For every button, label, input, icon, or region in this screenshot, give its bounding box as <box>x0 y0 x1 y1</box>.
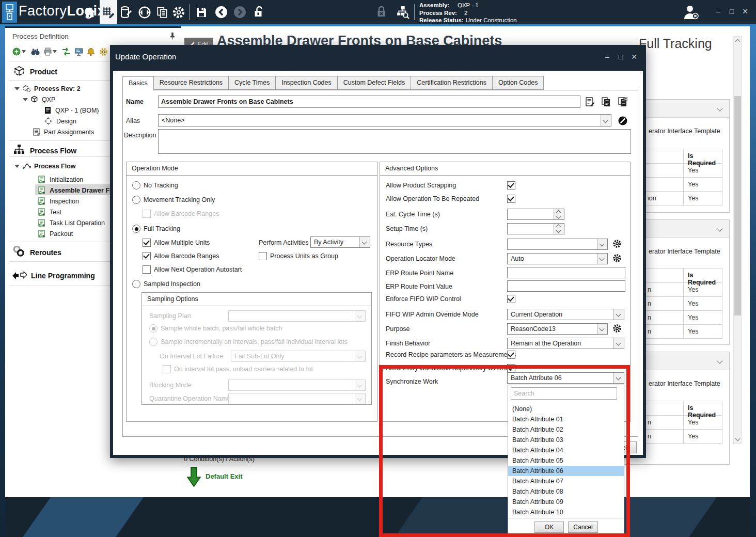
allow-next-autostart-checkbox[interactable] <box>143 265 151 274</box>
alias-dropdown-button[interactable] <box>601 115 611 126</box>
tab-option-codes[interactable]: Option Codes <box>492 76 544 90</box>
allow-barcode-ranges-checkbox[interactable] <box>143 252 151 260</box>
popup-ok-button[interactable]: OK <box>534 522 564 533</box>
tree-item-qxp[interactable]: QXP <box>23 94 55 104</box>
tree-item-process-rev[interactable]: Process Rev: 2 <box>14 84 81 93</box>
home-icon[interactable] <box>82 0 98 24</box>
copy-name-icon[interactable] <box>601 96 612 108</box>
tab-inspection-codes[interactable]: Inspection Codes <box>275 76 338 90</box>
expand-caret-icon[interactable] <box>14 165 20 168</box>
section-reroutes[interactable]: Reroutes <box>30 248 61 257</box>
setup-time-s-spinner-buttons[interactable] <box>554 224 564 234</box>
flow-item-packout[interactable]: Packout <box>38 229 73 239</box>
settings-gear-icon[interactable] <box>170 0 187 24</box>
board-icon[interactable] <box>73 46 84 57</box>
tab-cycle-times[interactable]: Cycle Times <box>228 76 276 90</box>
section-product[interactable]: Product <box>30 68 57 76</box>
popup-item-batch-attribute-02[interactable]: Batch Attribute 02 <box>508 424 624 435</box>
allow-entry-conditions-supervisory-override-checkbox[interactable] <box>507 364 515 372</box>
operation-locator-mode-dropdown-button[interactable] <box>597 254 607 264</box>
tree-item-part-assignments[interactable]: Part Assignments <box>33 127 94 137</box>
tab-certification-restrictions[interactable]: Certification Restrictions <box>411 76 493 90</box>
operation-locator-mode-dropdown[interactable]: Auto <box>507 253 608 264</box>
process-units-as-group-checkbox[interactable] <box>259 252 267 260</box>
scrollbar-thumb[interactable] <box>734 96 741 315</box>
documents-icon[interactable] <box>154 0 170 24</box>
popup-item-batch-attribute-06[interactable]: Batch Attribute 06 <box>508 466 624 476</box>
default-exit-label[interactable]: Default Exit <box>206 472 243 480</box>
tab-basics[interactable]: Basics <box>122 76 154 91</box>
name-input[interactable]: Assemble Drawer Fronts on Base Cabinets <box>158 96 580 108</box>
finish-behavior-dropdown[interactable]: Remain at the Operation <box>507 338 624 349</box>
popup-cancel-button[interactable]: Cancel <box>568 522 598 533</box>
sync-transfer-icon[interactable] <box>136 0 153 24</box>
pin-icon[interactable] <box>167 30 178 41</box>
dialog-close-button[interactable]: ✕ <box>628 53 640 61</box>
erp-route-point-name-input[interactable] <box>507 267 625 278</box>
process-definition-icon[interactable] <box>100 0 117 24</box>
allow-operation-to-be-repeated-checkbox[interactable] <box>507 195 515 203</box>
record-recipe-parameters-as-measurements-checkbox[interactable] <box>507 351 515 359</box>
description-input[interactable] <box>158 129 631 154</box>
unlock-icon[interactable] <box>251 0 266 24</box>
popup-item-batch-attribute-07[interactable]: Batch Attribute 07 <box>508 476 624 486</box>
popup-item-batch-attribute-04[interactable]: Batch Attribute 04 <box>508 445 624 455</box>
enforce-fifo-wip-control-checkbox[interactable] <box>507 295 515 303</box>
window-close-button[interactable]: ✕ <box>739 7 751 15</box>
purpose-dropdown[interactable]: ReasonCode13 <box>507 323 608 335</box>
full-tracking-radio[interactable] <box>132 225 140 233</box>
user-logout-icon[interactable] <box>681 0 702 24</box>
window-minimize-button[interactable]: – <box>713 7 724 15</box>
flow-item-test[interactable]: Test <box>38 207 61 217</box>
expand-caret-icon[interactable] <box>14 87 20 90</box>
operation-locator-mode-gear-icon[interactable] <box>612 254 622 263</box>
print-icon[interactable] <box>42 46 53 57</box>
erp-route-point-value-input[interactable] <box>507 280 625 292</box>
scroll-up-icon[interactable] <box>735 39 741 44</box>
tab-custom-defect-fields[interactable]: Custom Defect Fields <box>337 76 411 90</box>
perform-activities-dropdown[interactable]: By Activity <box>310 236 370 248</box>
est-cycle-time-s-spinner-buttons[interactable] <box>554 209 564 219</box>
popup-item-batch-attribute-03[interactable]: Batch Attribute 03 <box>508 435 624 445</box>
rename-icon[interactable] <box>584 96 595 108</box>
sampled-inspection-radio[interactable] <box>132 280 140 288</box>
bell-icon[interactable] <box>86 46 96 57</box>
clear-alias-icon[interactable] <box>617 115 628 127</box>
undo-back-icon[interactable] <box>213 0 229 24</box>
add-icon[interactable] <box>11 46 22 57</box>
popup-item-batch-attribute-09[interactable]: Batch Attribute 09 <box>508 497 624 507</box>
fifo-wip-admin-override-mode-dropdown[interactable]: Current Operation <box>507 309 624 320</box>
window-maximize-button[interactable]: □ <box>726 7 737 15</box>
flow-item-initialization[interactable]: Initialization <box>38 175 83 184</box>
fifo-wip-admin-override-mode-dropdown-button[interactable] <box>613 309 624 320</box>
options-gear-icon[interactable] <box>98 46 108 57</box>
resource-types-dropdown-button[interactable] <box>597 239 607 249</box>
no-tracking-radio[interactable] <box>132 181 140 189</box>
popup-item-none[interactable]: (None) <box>508 404 624 414</box>
reassign-icon[interactable] <box>61 46 71 57</box>
expand-caret-icon[interactable] <box>23 98 28 101</box>
find-binoculars-icon[interactable] <box>30 46 40 57</box>
tab-resource-restrictions[interactable]: Resource Restrictions <box>153 76 229 90</box>
process-search-icon[interactable] <box>393 0 411 24</box>
tree-item-flow-root[interactable]: Process Flow <box>14 161 76 171</box>
copy-all-names-icon[interactable] <box>617 96 628 108</box>
flow-item-inspection[interactable]: Inspection <box>38 196 79 206</box>
dialog-minimize-button[interactable]: – <box>602 53 613 61</box>
section-line-programming[interactable]: Line Programming <box>31 272 95 280</box>
dropdown-button[interactable] <box>359 237 370 247</box>
add-dropdown-icon[interactable] <box>21 46 26 57</box>
print-dropdown-icon[interactable] <box>52 46 57 57</box>
purpose-gear-icon[interactable] <box>612 324 622 333</box>
allow-product-scrapping-checkbox[interactable] <box>507 181 515 189</box>
save-icon[interactable] <box>193 0 210 24</box>
dropdown-button[interactable] <box>613 373 624 383</box>
allow-multiple-units-checkbox[interactable] <box>143 239 151 247</box>
resource-types-dropdown[interactable] <box>507 239 608 250</box>
tree-item-design[interactable]: Design <box>44 116 76 126</box>
popup-item-batch-attribute-05[interactable]: Batch Attribute 05 <box>508 455 624 466</box>
popup-item-batch-attribute-08[interactable]: Batch Attribute 08 <box>508 486 624 497</box>
est-cycle-time-s-spinner[interactable] <box>507 209 564 220</box>
alias-dropdown[interactable]: <None> <box>158 114 611 127</box>
popup-item-batch-attribute-10[interactable]: Batch Attribute 10 <box>508 507 624 517</box>
